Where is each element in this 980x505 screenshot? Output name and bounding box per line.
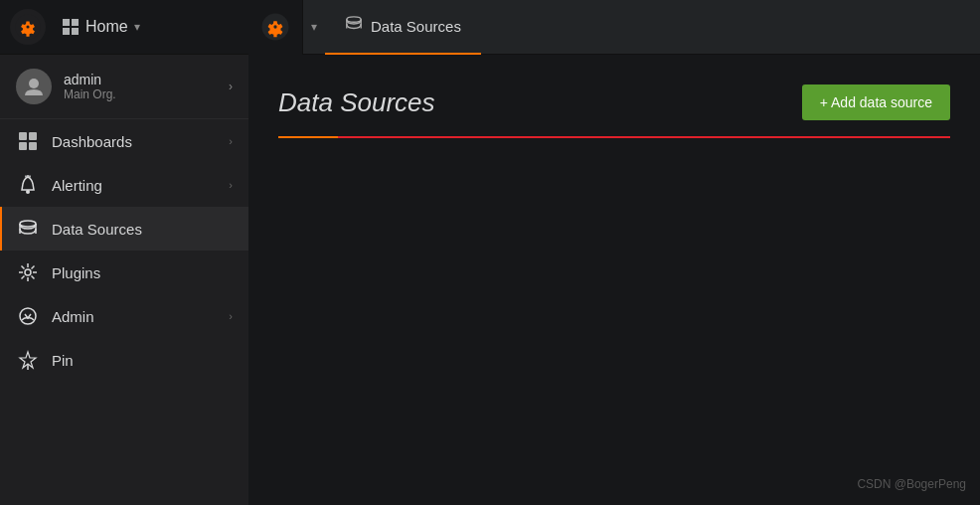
pin-icon [18, 350, 38, 370]
user-info: admin Main Org. [64, 72, 217, 101]
user-org: Main Org. [64, 87, 217, 101]
sidebar-item-dashboards-label: Dashboards [52, 133, 215, 150]
admin-icon [18, 306, 38, 326]
topbar-tab-label: Data Sources [371, 18, 461, 35]
svg-rect-3 [72, 19, 79, 26]
home-label: Home [85, 18, 128, 36]
svg-rect-5 [72, 28, 79, 35]
topbar-datasources-tab[interactable]: Data Sources [325, 0, 481, 55]
topbar-logo[interactable] [248, 0, 303, 55]
sidebar-item-datasources-label: Data Sources [52, 221, 233, 238]
sidebar-item-pin-label: Pin [52, 352, 233, 369]
svg-point-27 [20, 308, 36, 324]
sidebar-item-datasources[interactable]: Data Sources [0, 207, 248, 251]
svg-point-15 [20, 221, 36, 227]
user-name: admin [64, 72, 217, 87]
user-profile[interactable]: admin Main Org. › [0, 55, 248, 119]
avatar [16, 69, 52, 104]
main-topbar: ▾ Data Sources [248, 0, 980, 55]
svg-rect-9 [19, 142, 27, 150]
svg-point-1 [26, 25, 29, 28]
sidebar-item-dashboards[interactable]: Dashboards › [0, 119, 248, 163]
svg-line-23 [22, 266, 25, 269]
dashboards-chevron-icon: › [229, 135, 233, 147]
alerting-chevron-icon: › [229, 179, 233, 191]
add-datasource-button-label: + Add data source [820, 94, 932, 110]
home-dropdown-icon: ▾ [134, 20, 140, 34]
svg-line-24 [32, 276, 35, 279]
svg-point-31 [347, 17, 361, 22]
svg-rect-2 [63, 19, 70, 26]
admin-chevron-icon: › [229, 310, 233, 322]
grafana-logo[interactable] [10, 9, 46, 45]
page-content: Data Sources + Add data source [248, 55, 980, 505]
sidebar-item-plugins[interactable]: Plugins [0, 251, 248, 294]
datasources-icon [18, 219, 38, 239]
svg-point-18 [25, 269, 31, 275]
page-title: Data Sources [278, 87, 435, 118]
sidebar-item-pin[interactable]: Pin [0, 338, 248, 382]
sidebar-item-alerting[interactable]: Alerting › [0, 163, 248, 207]
user-chevron-icon: › [229, 80, 233, 93]
home-button[interactable]: Home ▾ [54, 14, 148, 40]
svg-rect-7 [19, 132, 27, 140]
topbar-dropdown-icon: ▾ [311, 20, 317, 34]
page-header: Data Sources + Add data source [278, 84, 950, 120]
sidebar-item-plugins-label: Plugins [52, 264, 233, 281]
sidebar-item-admin-label: Admin [52, 308, 215, 325]
svg-rect-8 [29, 132, 37, 140]
svg-rect-4 [63, 28, 70, 35]
home-icon [62, 18, 80, 36]
watermark: CSDN @BogerPeng [857, 477, 966, 491]
add-datasource-button[interactable]: + Add data source [802, 84, 950, 120]
svg-line-25 [32, 266, 35, 269]
svg-point-6 [29, 79, 39, 88]
sidebar-topbar: Home ▾ [0, 0, 248, 55]
topbar-dropdown[interactable]: ▾ [303, 20, 325, 34]
alerting-icon [18, 175, 38, 195]
dashboards-icon [18, 131, 38, 151]
svg-point-11 [26, 190, 30, 194]
sidebar-item-alerting-label: Alerting [52, 177, 215, 194]
sidebar: Home ▾ admin Main Org. › Dashboards [0, 0, 248, 505]
sidebar-item-admin[interactable]: Admin › [0, 294, 248, 338]
topbar-grafana-logo [260, 12, 290, 42]
plugins-icon [18, 262, 38, 282]
svg-point-30 [273, 25, 276, 28]
topbar-tab-datasources-icon [345, 15, 363, 37]
page-divider [278, 136, 950, 138]
main-content: ▾ Data Sources Data Sources + Add data s… [248, 0, 980, 505]
svg-rect-10 [29, 142, 37, 150]
svg-line-26 [22, 276, 25, 279]
